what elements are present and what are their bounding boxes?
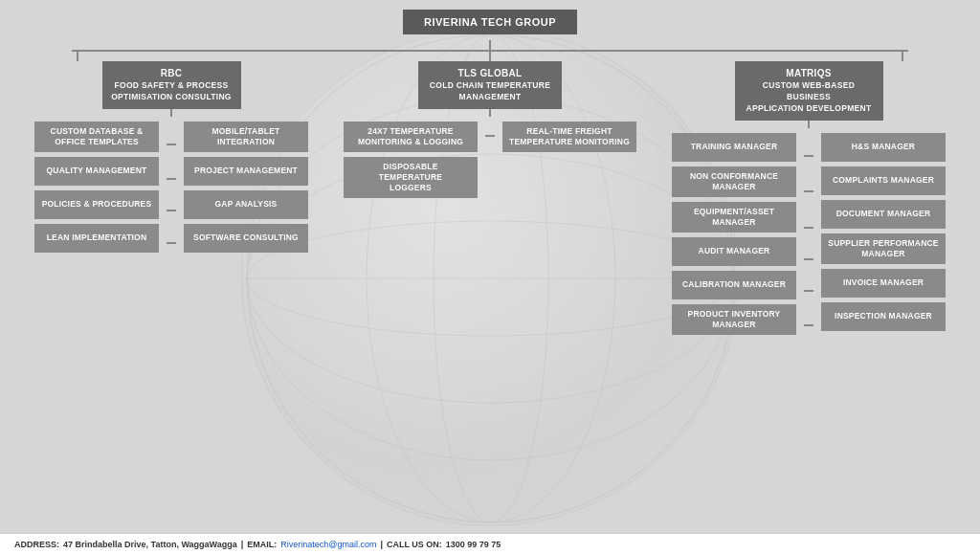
columns-row: RBC Food Safety & ProcessOptimisation Co… — [14, 61, 966, 335]
rbc-right-col: Mobile/TabletIntegration Project Managem… — [184, 122, 308, 253]
matriqs-items: Training Manager Non ConformanceManager … — [672, 133, 946, 335]
separator-1: | — [241, 540, 244, 549]
rbc-items: Custom Database &Office Templates Qualit… — [34, 122, 308, 253]
tls-v-connector — [489, 109, 491, 117]
rbc-item-3: Lean Implementation — [34, 224, 159, 253]
footer: Address: 47 Brindabella Drive, Tatton, W… — [0, 533, 980, 554]
email-link[interactable]: Riverinatech@gmail.com — [280, 540, 376, 549]
tls-item-1: Disposable TemperatureLoggers — [344, 157, 478, 198]
root-connector — [14, 40, 966, 50]
matriqs-item-2: Equipment/AssetManager — [672, 202, 796, 233]
tls-header: TLS Global Cold Chain TemperatureManagem… — [418, 61, 562, 109]
matriqs-item-r1: Complaints Manager — [821, 166, 946, 195]
rbc-subtitle: Food Safety & ProcessOptimisation Consul… — [110, 80, 234, 103]
rbc-item-r1: Project Management — [184, 157, 308, 186]
matriqs-item-4: Calibration Manager — [672, 271, 796, 299]
tls-items: 24x7 TemperatureMonitoring & Logging Dis… — [344, 122, 636, 198]
rbc-item-r3: Software Consulting — [184, 224, 308, 253]
email-label: Email: — [247, 540, 277, 549]
matriqs-item-1: Non ConformanceManager — [672, 166, 796, 197]
rbc-item-2: Policies & Procedures — [34, 190, 159, 219]
matriqs-h-connectors — [804, 133, 813, 335]
address-value: 47 Brindabella Drive, Tatton, WaggaWagga — [63, 540, 237, 549]
tls-column: TLS Global Cold Chain TemperatureManagem… — [333, 61, 647, 198]
tls-label: TLS Global — [426, 67, 554, 80]
tls-item-0: 24x7 TemperatureMonitoring & Logging — [344, 122, 478, 152]
rbc-header: RBC Food Safety & ProcessOptimisation Co… — [102, 61, 241, 109]
matriqs-subtitle: Custom Web-based BusinessApplication Dev… — [743, 80, 876, 115]
tls-left-col: 24x7 TemperatureMonitoring & Logging Dis… — [344, 122, 478, 198]
column-connectors — [14, 52, 966, 61]
matriqs-item-r2: Document Manager — [821, 200, 946, 229]
phone-value: 1300 99 79 75 — [446, 540, 501, 549]
tls-item-r0: Real-time FreightTemperature Monitoring — [502, 122, 636, 152]
rbc-label: RBC — [110, 67, 234, 80]
address-label: Address: — [14, 540, 59, 549]
matriqs-left-col: Training Manager Non ConformanceManager … — [672, 133, 796, 335]
matriqs-item-r4: Invoice Manager — [821, 269, 946, 298]
matriqs-item-r5: Inspection Manager — [821, 302, 946, 331]
rbc-item-1: Quality Management — [34, 157, 159, 186]
rbc-column: RBC Food Safety & ProcessOptimisation Co… — [14, 61, 328, 253]
separator-2: | — [380, 540, 383, 549]
tls-subtitle: Cold Chain TemperatureManagement — [426, 80, 554, 103]
matriqs-item-r3: Supplier PerformanceManager — [821, 233, 946, 264]
rbc-left-col: Custom Database &Office Templates Qualit… — [34, 122, 159, 253]
matriqs-item-5: Product InventoryManager — [672, 304, 796, 335]
top-node: Riverina Tech Group — [14, 10, 966, 34]
matriqs-right-col: H&S Manager Complaints Manager Document … — [821, 133, 946, 335]
tls-h-connectors — [485, 122, 495, 198]
rbc-h-connectors — [167, 122, 176, 253]
tls-right-col: Real-time FreightTemperature Monitoring — [502, 122, 636, 198]
root-box: Riverina Tech Group — [403, 10, 577, 34]
matriqs-column: MatriQs Custom Web-based BusinessApplica… — [652, 61, 966, 335]
matriqs-item-r0: H&S Manager — [821, 133, 946, 162]
h-connector-bar — [72, 50, 908, 52]
rbc-item-r2: GAP Analysis — [184, 190, 308, 219]
main-content: Riverina Tech Group RBC Food Safety & Pr… — [0, 0, 980, 335]
matriqs-label: MatriQs — [743, 67, 876, 80]
phone-label: Call us on: — [387, 540, 442, 549]
matriqs-v-connector — [808, 121, 810, 128]
matriqs-item-3: Audit Manager — [672, 237, 796, 266]
rbc-v-connector — [170, 109, 172, 117]
rbc-item-0: Custom Database &Office Templates — [34, 122, 159, 152]
matriqs-header: MatriQs Custom Web-based BusinessApplica… — [735, 61, 883, 121]
matriqs-item-0: Training Manager — [672, 133, 796, 162]
rbc-item-r0: Mobile/TabletIntegration — [184, 122, 308, 152]
